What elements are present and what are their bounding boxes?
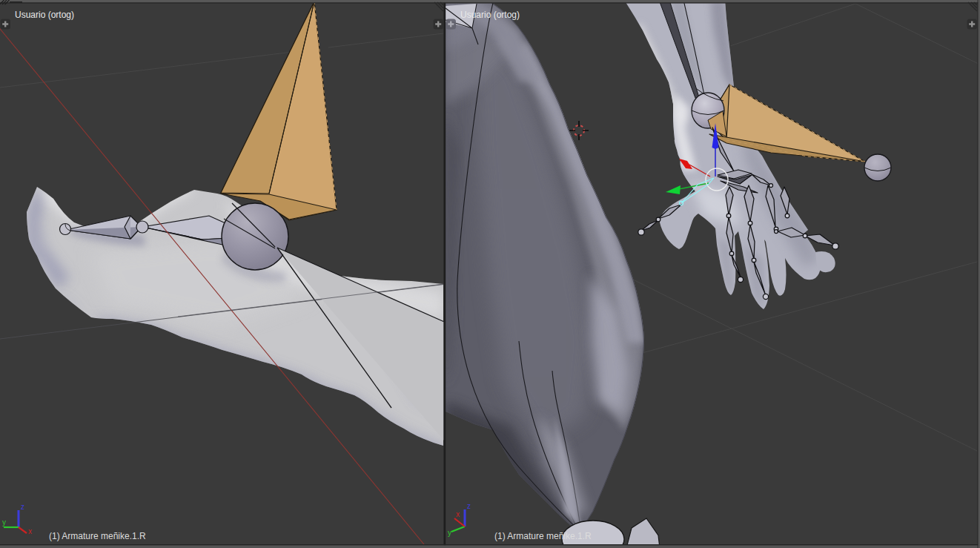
svg-text:Usuario (ortog): Usuario (ortog) — [460, 10, 520, 20]
svg-text:x: x — [456, 510, 460, 518]
svg-text:x: x — [28, 527, 32, 535]
svg-text:(1) Armature meñike.1.R: (1) Armature meñike.1.R — [494, 531, 592, 541]
svg-text:z: z — [21, 503, 24, 511]
svg-text:z: z — [467, 502, 471, 510]
svg-text:Usuario (ortog): Usuario (ortog) — [15, 10, 74, 20]
svg-text:y: y — [2, 518, 6, 526]
svg-text:y: y — [448, 529, 451, 537]
svg-text:(1) Armature meñike.1.R: (1) Armature meñike.1.R — [49, 531, 146, 541]
